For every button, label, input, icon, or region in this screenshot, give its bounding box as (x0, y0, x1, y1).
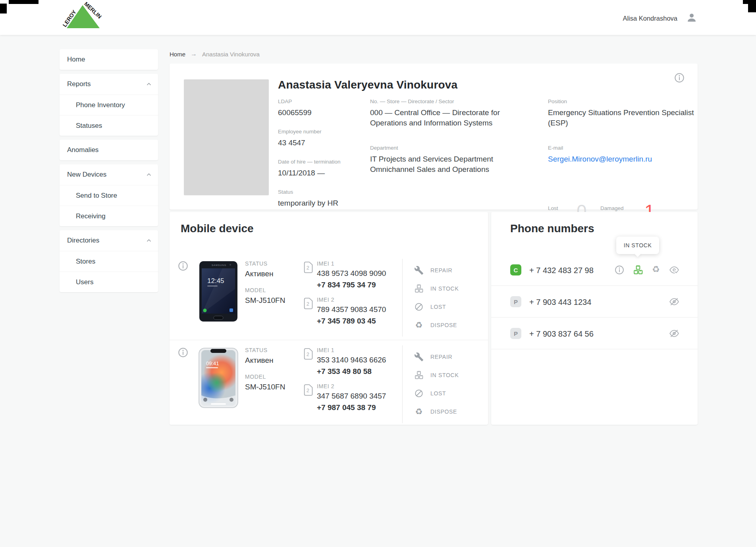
device-model-value: SM-J510FN (245, 383, 297, 391)
visibility-off-icon[interactable] (669, 297, 679, 307)
sidebar-item-receiving[interactable]: Receiving (60, 206, 158, 226)
device-info-icon[interactable] (177, 347, 189, 358)
device-status-value: Активен (245, 356, 297, 365)
imei1-label: IMEI 1 (317, 260, 402, 267)
sidebar-item-phone-inventory[interactable]: Phone Inventory (60, 94, 158, 115)
lost-action[interactable]: LOST (414, 298, 459, 316)
profile-name: Anastasia Valeryevna Vinokurova (278, 79, 457, 91)
sidebar-item-home[interactable]: Home (60, 49, 158, 70)
chevron-up-icon (145, 237, 152, 244)
phone-number-value: + 7 903 837 64 56 (529, 329, 594, 339)
device-meta: STATUS Активен MODEL SM-J510FN (245, 347, 297, 391)
sidebar-item-stores[interactable]: Stores (60, 251, 158, 272)
info-icon[interactable] (614, 265, 625, 275)
sidebar-item-reports[interactable]: Reports (60, 74, 158, 94)
visibility-off-icon[interactable] (669, 328, 679, 339)
corporate-badge: C (510, 264, 521, 275)
repair-action[interactable]: REPAIR (414, 348, 459, 366)
employee-number-label: Employee number (278, 129, 365, 135)
imei2-value: 347 5687 6890 3457 (317, 392, 402, 401)
phone-numbers-panel: Phone numbers IN STOCK C + 7 432 483 27 … (491, 212, 698, 425)
lost-circle-icon (414, 389, 424, 398)
employee-number-value: 43 4547 (278, 138, 365, 148)
stock-boxes-icon (414, 284, 424, 293)
capture-mark-top-left (9, 0, 39, 4)
device-actions: REPAIR IN STOCK LOST ♻ DISPOSE (414, 261, 459, 334)
position-label: Position (548, 98, 704, 104)
phone-number-value: + 7 903 443 1234 (529, 298, 591, 307)
profile-card: Anastasia Valeryevna Vinokurova LDAP6006… (170, 64, 698, 210)
store-label: No. — Store — Directorate / Sector (370, 98, 509, 104)
device-meta: STATUS Активен MODEL SM-J510FN (245, 260, 297, 305)
lost-action[interactable]: LOST (414, 384, 459, 403)
device-status-label: STATUS (245, 347, 297, 353)
breadcrumb-home[interactable]: Home (170, 51, 185, 58)
device-row: SAMSUNG 12:45 STATUS Активен MODEL SM-J5… (170, 258, 488, 339)
imei2-phone-number: +7 345 789 03 45 (317, 317, 402, 326)
sidebar-item-label: Send to Store (76, 192, 117, 200)
leroy-merlin-logo[interactable]: LEROY MERLIN (63, 2, 102, 32)
dispose-action[interactable]: ♻ DISPOSE (414, 403, 459, 421)
device-model-value: SM-J510FN (245, 296, 297, 305)
phone-screen-time: 12:45 (207, 277, 224, 285)
user-avatar-icon[interactable] (686, 12, 697, 23)
in-stock-action[interactable]: IN STOCK (414, 279, 459, 298)
imei1-phone-number: +7 353 49 80 58 (317, 367, 402, 376)
sidebar-item-statuses[interactable]: Statuses (60, 115, 158, 136)
in-stock-action[interactable]: IN STOCK (414, 366, 459, 384)
sidebar-item-directories[interactable]: Directories (60, 230, 158, 251)
department-label: Department (370, 145, 509, 151)
sidebar-card-directories: Directories Stores Users (60, 230, 158, 292)
samsung-phone-image: SAMSUNG 12:45 (199, 261, 238, 322)
user-name[interactable]: Alisa Kondrashova (623, 15, 677, 22)
imei1-phone-number: +7 834 795 34 79 (317, 281, 402, 289)
dispose-action[interactable]: ♻ DISPOSE (414, 316, 459, 334)
visibility-on-icon[interactable] (669, 265, 679, 275)
breadcrumb-arrow-icon: → (191, 50, 197, 58)
sidebar-card-reports: Reports Phone Inventory Statuses (60, 74, 158, 136)
dispose-label: DISPOSE (430, 408, 457, 415)
in-stock-icon[interactable] (633, 265, 643, 275)
profile-column-1: LDAP60065599 Employee number43 4547 Date… (278, 98, 365, 219)
device-status-value: Активен (245, 270, 297, 278)
sidebar-item-users[interactable]: Users (60, 272, 158, 292)
profile-info-icon[interactable] (674, 72, 685, 83)
dispose-icon[interactable]: ♻ (651, 265, 661, 274)
in-stock-label: IN STOCK (430, 285, 459, 292)
device-status-label: STATUS (245, 260, 297, 267)
status-label: Status (278, 189, 365, 195)
repair-action[interactable]: REPAIR (414, 261, 459, 279)
sidebar-item-anomalies[interactable]: Anomalies (60, 140, 158, 160)
sidebar-item-send-to-store[interactable]: Send to Store (60, 185, 158, 206)
sidebar-item-label: Users (76, 278, 93, 286)
device-info-icon[interactable] (177, 260, 189, 272)
imei1-block: 2 IMEI 1 438 9573 4098 9090 +7 834 795 3… (303, 260, 402, 289)
wrench-icon (414, 266, 424, 275)
sidebar-item-label: Phone Inventory (76, 101, 125, 109)
chevron-up-icon (145, 171, 152, 178)
recycle-icon: ♻ (414, 320, 424, 330)
sidebar-item-label: Statuses (76, 122, 102, 130)
imei1-block: 2 IMEI 1 353 3140 9463 6626 +7 353 49 80… (303, 347, 402, 376)
phone-number-row: C + 7 432 483 27 98 ♻ (491, 254, 698, 286)
phone-number-row: P + 7 903 837 64 56 (491, 318, 698, 349)
vertical-divider (402, 259, 403, 337)
ldap-label: LDAP (278, 98, 365, 104)
device-model-label: MODEL (245, 374, 297, 380)
personal-badge: P (510, 296, 521, 307)
repair-label: REPAIR (430, 354, 452, 360)
sim-slot-number: 2 (307, 351, 309, 357)
sim-card-icon: 2 (303, 297, 314, 310)
phone-number-list: C + 7 432 483 27 98 ♻ P + 7 903 443 1234 (491, 254, 698, 349)
imei2-value: 789 4357 9083 4570 (317, 305, 402, 314)
lost-label: LOST (430, 390, 446, 397)
lost-label: LOST (430, 304, 446, 310)
capture-mark-top-left-2 (0, 4, 7, 13)
sidebar-item-label: Directories (67, 237, 99, 245)
sim-card-icon: 2 (303, 348, 314, 360)
phone-number-value: + 7 432 483 27 98 (529, 266, 594, 275)
sidebar-item-new-devices[interactable]: New Devices (60, 164, 158, 185)
breadcrumb-current: Anastasia Vinokurova (202, 51, 260, 58)
personal-badge: P (510, 328, 521, 339)
email-link[interactable]: Sergei.Mironov@leroymerlin.ru (548, 154, 704, 164)
